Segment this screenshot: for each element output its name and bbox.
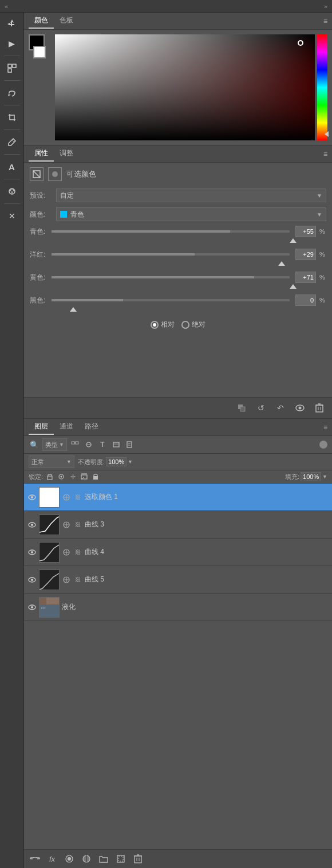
layer-eye[interactable]: [27, 493, 37, 502]
prop-reset-btn[interactable]: ↶: [274, 401, 287, 415]
prop-delete-btn[interactable]: [313, 401, 326, 415]
separator-6: [4, 179, 20, 179]
black-value[interactable]: 0: [295, 294, 316, 306]
filter-icon-5[interactable]: [124, 439, 136, 450]
layers-menu[interactable]: ≡: [323, 423, 327, 431]
layer-item[interactable]: ⛓ 选取颜色 1: [24, 484, 332, 511]
cyan-value[interactable]: +55: [295, 226, 316, 237]
prop-mask-btn[interactable]: [235, 401, 248, 415]
tab-properties[interactable]: 属性: [29, 146, 54, 162]
link-btn[interactable]: [29, 853, 41, 865]
preset-label: 预设:: [30, 191, 53, 201]
filter-search-icon[interactable]: 🔍: [29, 439, 40, 450]
cyan-pct: %: [319, 228, 326, 235]
folder-btn[interactable]: [97, 853, 110, 865]
yellow-value[interactable]: +71: [295, 272, 316, 283]
yellow-track[interactable]: [52, 276, 290, 278]
tab-swatches[interactable]: 色板: [54, 13, 79, 29]
tool-crop[interactable]: [3, 108, 21, 127]
lock-position[interactable]: ✛: [68, 472, 77, 481]
color-panel-menu[interactable]: ≡: [323, 17, 327, 25]
prop-bottom-toolbar: ↺ ↶: [24, 397, 332, 418]
opacity-arrow[interactable]: ▼: [128, 459, 133, 465]
magenta-value[interactable]: +29: [295, 249, 316, 260]
radio-absolute-circle: [181, 321, 189, 329]
tool-type[interactable]: A: [3, 158, 21, 176]
cyan-track[interactable]: [52, 230, 290, 233]
adj-circle-icon[interactable]: [48, 167, 62, 181]
yellow-slider-row: 黄色: +71 %: [30, 272, 326, 283]
svg-point-36: [31, 496, 33, 498]
black-track[interactable]: [52, 299, 290, 301]
lock-transparency[interactable]: [45, 472, 54, 481]
radio-relative[interactable]: 相对: [151, 320, 175, 329]
layer-eye[interactable]: [27, 548, 37, 557]
layer-item[interactable]: ⛓ 曲线 4: [24, 539, 332, 566]
blend-mode-select[interactable]: 正常 ▼: [29, 455, 74, 468]
tab-color[interactable]: 颜色: [29, 13, 54, 29]
preset-row: 预设: 自定 ▼: [24, 186, 332, 205]
tab-layers[interactable]: 图层: [29, 419, 54, 435]
tool-cross[interactable]: ✕: [3, 207, 21, 225]
tool-shape[interactable]: [3, 182, 21, 201]
separator-4: [4, 129, 20, 130]
layer-link-icon: ⛓: [73, 575, 82, 584]
lock-row: 锁定: ✛ 填充: 100% ▼: [24, 470, 332, 484]
layer-eye[interactable]: [27, 575, 37, 584]
layer-eye[interactable]: [27, 603, 37, 612]
lock-pixels[interactable]: [57, 472, 66, 481]
background-swatch[interactable]: [33, 46, 46, 58]
mask-btn[interactable]: [63, 853, 76, 865]
prop-visibility-btn[interactable]: [293, 401, 307, 415]
layer-item[interactable]: Rit 液化: [24, 594, 332, 621]
lock-all[interactable]: [91, 472, 100, 481]
opacity-value[interactable]: 100%: [106, 457, 127, 466]
black-fill: [52, 299, 123, 301]
fill-value[interactable]: 100%: [301, 472, 321, 481]
right-arrows[interactable]: »: [324, 3, 327, 10]
filter-icon-4[interactable]: [110, 439, 122, 450]
filter-icon-2[interactable]: [83, 439, 94, 450]
layer-item[interactable]: ⛓ 曲线 5: [24, 566, 332, 594]
tool-brush[interactable]: [3, 133, 21, 151]
tool-select[interactable]: [3, 59, 21, 77]
svg-rect-23: [113, 442, 119, 447]
layer-item[interactable]: ⛓ 曲线 3: [24, 511, 332, 539]
svg-point-13: [299, 407, 302, 410]
fx-btn[interactable]: fx: [46, 853, 58, 865]
yellow-label: 黄色:: [30, 273, 46, 282]
yellow-pct: %: [319, 274, 326, 281]
radio-absolute[interactable]: 绝对: [181, 320, 205, 329]
cyan-thumb: [290, 238, 297, 243]
svg-rect-62: [46, 598, 59, 604]
tab-paths[interactable]: 路径: [79, 419, 104, 435]
left-arrows[interactable]: «: [5, 3, 8, 10]
lock-artboard[interactable]: [80, 472, 89, 481]
color-label: 颜色:: [30, 210, 53, 219]
fill-arrow[interactable]: ▼: [322, 474, 327, 480]
tab-channels[interactable]: 通道: [54, 419, 79, 435]
color-select[interactable]: 青色 ▼: [56, 207, 326, 221]
magenta-track[interactable]: [52, 253, 290, 256]
filter-icon-1[interactable]: [69, 439, 81, 450]
filter-icon-3[interactable]: T: [97, 439, 108, 450]
svg-line-8: [33, 171, 40, 178]
filter-toggle[interactable]: [319, 441, 327, 449]
tab-adjustments[interactable]: 调整: [54, 146, 79, 162]
preset-select[interactable]: 自定 ▼: [56, 188, 326, 202]
layer-eye[interactable]: [27, 520, 37, 529]
tool-move[interactable]: [3, 15, 21, 33]
tool-play[interactable]: ▶: [3, 34, 21, 53]
delete-layer-btn[interactable]: [132, 853, 144, 865]
prop-refresh-btn[interactable]: ↺: [254, 401, 268, 415]
magenta-slider-row: 洋红: +29 %: [30, 249, 326, 260]
top-bar: « »: [0, 0, 332, 13]
tool-lasso[interactable]: [3, 84, 21, 102]
color-spectrum[interactable]: [317, 34, 327, 140]
filter-type-select[interactable]: 类型 ▼: [42, 438, 67, 451]
properties-menu[interactable]: ≡: [323, 150, 327, 158]
new-layer-btn[interactable]: [114, 853, 127, 865]
color-gradient[interactable]: [55, 34, 315, 140]
adj-mask-icon[interactable]: [30, 167, 44, 181]
adjustment-btn[interactable]: [80, 853, 93, 865]
